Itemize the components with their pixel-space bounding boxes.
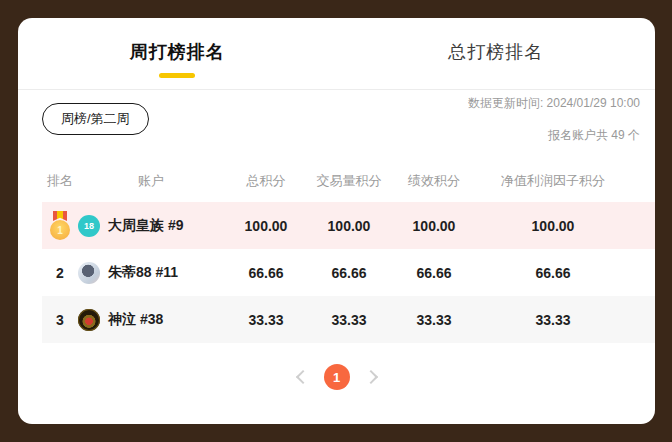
pagination: 1 [18, 364, 655, 390]
account-cell: 18大周皇族 #9 [78, 202, 224, 249]
score-cell: 66.66 [224, 249, 308, 296]
score-cell: 33.33 [478, 296, 628, 343]
table-header-row: 排名 账户 总积分 交易量积分 绩效积分 净值利润因子积分 [42, 160, 655, 202]
table-row: 118大周皇族 #9100.00100.00100.00100.00 [42, 202, 655, 249]
tab-weekly-ranking[interactable]: 周打榜排名 [18, 18, 337, 89]
account-name: 神泣 #38 [108, 311, 163, 329]
registered-accounts-count: 报名账户共 49 个 [468, 127, 640, 144]
account-name: 大周皇族 #9 [108, 217, 183, 235]
score-cell: 33.33 [390, 296, 478, 343]
header-total-points: 总积分 [224, 172, 308, 190]
rank-cell: 1 [42, 202, 78, 249]
tab-weekly-ranking-label: 周打榜排名 [130, 40, 225, 64]
tab-bar: 周打榜排名 总打榜排名 [18, 18, 655, 90]
rank-number: 3 [42, 296, 78, 343]
current-page-button[interactable]: 1 [324, 364, 350, 390]
header-account: 账户 [78, 172, 224, 190]
table-body: 118大周皇族 #9100.00100.00100.00100.002朱蒂88 … [42, 202, 655, 343]
leaderboard-card: 周打榜排名 总打榜排名 周榜/第二周 数据更新时间: 2024/01/29 10… [18, 18, 655, 424]
tab-total-ranking[interactable]: 总打榜排名 [337, 18, 656, 89]
score-cell: 66.66 [390, 249, 478, 296]
header-rank: 排名 [42, 172, 78, 190]
account-name: 朱蒂88 #11 [108, 264, 178, 282]
score-cell: 100.00 [478, 202, 628, 249]
score-cell: 100.00 [390, 202, 478, 249]
score-cell: 66.66 [478, 249, 628, 296]
score-cell: 100.00 [308, 202, 390, 249]
data-update-time: 数据更新时间: 2024/01/29 10:00 [468, 95, 640, 112]
header-volume-points: 交易量积分 [308, 172, 390, 190]
week-filter-button[interactable]: 周榜/第二周 [42, 103, 149, 135]
prev-page-chevron-icon[interactable] [295, 370, 309, 384]
medal-number: 1 [50, 220, 70, 240]
score-cell: 100.00 [224, 202, 308, 249]
tab-total-ranking-label: 总打榜排名 [448, 40, 543, 64]
header-profit-factor-points: 净值利润因子积分 [478, 172, 628, 190]
ranking-table: 排名 账户 总积分 交易量积分 绩效积分 净值利润因子积分 118大周皇族 #9… [42, 160, 655, 343]
avatar: 18 [78, 215, 100, 237]
score-cell: 33.33 [308, 296, 390, 343]
subheader: 周榜/第二周 数据更新时间: 2024/01/29 10:00 报名账户共 49… [18, 90, 655, 160]
next-page-chevron-icon[interactable] [363, 370, 377, 384]
avatar [78, 262, 100, 284]
account-cell: 朱蒂88 #11 [78, 249, 224, 296]
active-tab-underline [159, 73, 195, 78]
rank-number: 2 [42, 249, 78, 296]
gold-medal-icon: 1 [49, 211, 71, 240]
account-cell: 神泣 #38 [78, 296, 224, 343]
score-cell: 33.33 [224, 296, 308, 343]
avatar [78, 309, 100, 331]
table-row: 3神泣 #3833.3333.3333.3333.33 [42, 296, 655, 343]
table-row: 2朱蒂88 #1166.6666.6666.6666.66 [42, 249, 655, 296]
meta-info: 数据更新时间: 2024/01/29 10:00 报名账户共 49 个 [468, 95, 640, 159]
score-cell: 66.66 [308, 249, 390, 296]
header-performance-points: 绩效积分 [390, 172, 478, 190]
